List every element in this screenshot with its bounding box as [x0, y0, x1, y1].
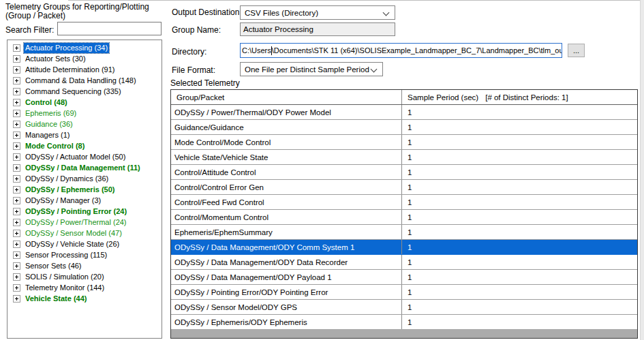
tree-item-label: Managers (1) [24, 130, 71, 140]
expand-plus-icon[interactable] [13, 219, 20, 226]
cell-sample-period: 1 [402, 255, 637, 269]
tree-item[interactable]: Sensor Processing (115) [7, 249, 162, 260]
expand-plus-icon[interactable] [13, 273, 20, 281]
tree-item[interactable]: SOLIS / Simulation (20) [7, 271, 162, 282]
tree-item-label: Guidance (36) [24, 119, 74, 129]
expand-plus-icon[interactable] [13, 99, 20, 106]
table-row[interactable]: ODySSy / Data Management/ODY Data Record… [171, 255, 637, 270]
panel-title: Telemetry Groups for Reporting/Plotting … [5, 3, 149, 20]
tree-item[interactable]: ODySSy / Power/Thermal (24) [7, 217, 162, 228]
tree-item[interactable]: ODySSy / Data Management (11) [7, 162, 162, 173]
table-row[interactable]: ODySSy / Sensor Model/ODY GPS1 [171, 300, 637, 315]
chevron-down-icon [383, 10, 390, 16]
table-row[interactable]: Control/Control Error Gen1 [171, 180, 637, 195]
tree-item[interactable]: Sensor Sets (46) [7, 260, 162, 271]
tree-item[interactable]: ODySSy / Manager (3) [7, 195, 162, 206]
tree-item[interactable]: Actuator Sets (30) [7, 53, 162, 64]
cell-sample-period: 1 [402, 120, 637, 134]
tree-item-label: Mode Control (8) [24, 141, 86, 151]
table-row[interactable]: ODySSy / Data Management/ODY Comm System… [171, 240, 637, 255]
search-filter-label: Search Filter: [5, 25, 54, 35]
table-row[interactable]: Control/Feed Fwd Control1 [171, 195, 637, 210]
tree-item[interactable]: Attitude Determination (91) [7, 64, 162, 75]
expand-plus-icon[interactable] [13, 262, 20, 270]
tree-item[interactable]: ODySSy / Dynamics (36) [7, 173, 162, 184]
browse-button[interactable]: ... [568, 44, 585, 57]
column-header-group-packet[interactable]: Group/Packet [171, 90, 402, 104]
table-row[interactable]: ODySSy / Power/Thermal/ODY Power Model1 [171, 105, 637, 120]
tree-item[interactable]: Command Sequencing (335) [7, 86, 162, 97]
expand-plus-icon[interactable] [13, 121, 20, 128]
table-row[interactable]: Ephemeris/EphemSummary1 [171, 225, 637, 240]
telemetry-tree: Actuator Processing (34)Actuator Sets (3… [7, 40, 162, 339]
tree-item[interactable]: ODySSy / Pointing Error (24) [7, 206, 162, 217]
tree-item[interactable]: Vehicle State (44) [7, 293, 162, 304]
expand-plus-icon[interactable] [13, 284, 20, 292]
window-top-edge [68, 0, 644, 1]
expand-plus-icon[interactable] [13, 251, 20, 259]
tree-item[interactable]: Ephemeris (69) [7, 108, 162, 119]
expand-plus-icon[interactable] [13, 153, 20, 161]
cell-sample-period: 1 [402, 315, 637, 329]
search-filter-input[interactable] [57, 22, 162, 35]
expand-plus-icon[interactable] [13, 241, 20, 248]
group-name-field[interactable]: Actuator Processing [240, 22, 395, 36]
table-row[interactable]: ODySSy / Pointing Error/ODY Pointing Err… [171, 285, 637, 300]
file-format-value: One File per Distinct Sample Period [245, 65, 369, 74]
tree-item-label: Vehicle State (44) [24, 294, 89, 304]
horizontal-scrollbar[interactable] [171, 329, 637, 338]
directory-label: Directory: [172, 48, 206, 57]
expand-plus-icon[interactable] [13, 208, 20, 215]
table-row[interactable]: Control/Attitude Control1 [171, 165, 637, 180]
tree-item-label: ODySSy / Power/Thermal (24) [24, 217, 128, 228]
directory-value-before-caret: C:\Users [242, 46, 271, 55]
expand-plus-icon[interactable] [13, 66, 20, 74]
expand-plus-icon[interactable] [13, 77, 20, 84]
table-body: ODySSy / Power/Thermal/ODY Power Model1G… [171, 105, 637, 330]
cell-group-packet: Control/Feed Fwd Control [171, 195, 402, 209]
expand-plus-icon[interactable] [13, 44, 20, 52]
tree-item-label: Sensor Sets (46) [24, 261, 83, 271]
column-header-sample-period[interactable]: Sample Period (sec) [# of Distinct Perio… [402, 90, 637, 104]
table-header-row: Group/Packet Sample Period (sec) [# of D… [171, 90, 637, 105]
cell-group-packet: Ephemeris/EphemSummary [171, 225, 402, 239]
expand-plus-icon[interactable] [13, 142, 20, 150]
expand-plus-icon[interactable] [13, 197, 20, 204]
expand-plus-icon[interactable] [13, 88, 20, 95]
file-format-select[interactable]: One File per Distinct Sample Period [240, 62, 383, 76]
tree-item[interactable]: Managers (1) [7, 129, 162, 140]
table-row[interactable]: Mode Control/Mode Control1 [171, 135, 637, 150]
table-row[interactable]: ODySSy / Ephemeris/ODY Ephemeris1 [171, 315, 637, 330]
tree-item[interactable]: Command & Data Handling (148) [7, 75, 162, 86]
tree-item[interactable]: Mode Control (8) [7, 140, 162, 151]
tree-item[interactable]: Actuator Processing (34) [7, 42, 162, 53]
directory-field[interactable]: C:\Users \Documents\STK 11 (x64)\SOLISEx… [240, 43, 562, 58]
table-row[interactable]: ODySSy / Data Management/ODY Payload 11 [171, 270, 637, 285]
tree-item[interactable]: Control (48) [7, 97, 162, 108]
cell-group-packet: ODySSy / Sensor Model/ODY GPS [171, 300, 402, 314]
output-destination-label: Output Destination: [172, 8, 242, 17]
tree-item[interactable]: ODySSy / Sensor Model (47) [7, 228, 162, 238]
tree-item[interactable]: ODySSy / Vehicle State (26) [7, 238, 162, 249]
expand-plus-icon[interactable] [13, 110, 20, 117]
table-row[interactable]: Control/Momentum Control1 [171, 210, 637, 225]
table-row[interactable]: Vehicle State/Vehicle State1 [171, 150, 637, 165]
cell-group-packet: ODySSy / Ephemeris/ODY Ephemeris [171, 315, 402, 329]
tree-item[interactable]: Telemetry Monitor (144) [7, 282, 162, 293]
cell-group-packet: Control/Attitude Control [171, 165, 402, 179]
tree-item-label: Actuator Sets (30) [24, 54, 87, 64]
expand-plus-icon[interactable] [13, 295, 20, 303]
expand-plus-icon[interactable] [13, 55, 20, 63]
cell-sample-period: 1 [402, 300, 637, 314]
table-row[interactable]: Guidance/Guidance1 [171, 120, 637, 135]
expand-plus-icon[interactable] [13, 230, 20, 237]
output-destination-select[interactable]: CSV Files (Directory) [240, 5, 395, 20]
expand-plus-icon[interactable] [13, 186, 20, 194]
expand-plus-icon[interactable] [13, 132, 20, 139]
tree-item[interactable]: ODySSy / Ephemeris (50) [7, 184, 162, 195]
expand-plus-icon[interactable] [13, 175, 20, 183]
tree-item[interactable]: Guidance (36) [7, 119, 162, 129]
expand-plus-icon[interactable] [13, 164, 20, 172]
cell-sample-period: 1 [402, 210, 637, 224]
tree-item[interactable]: ODySSy / Actuator Model (50) [7, 151, 162, 162]
